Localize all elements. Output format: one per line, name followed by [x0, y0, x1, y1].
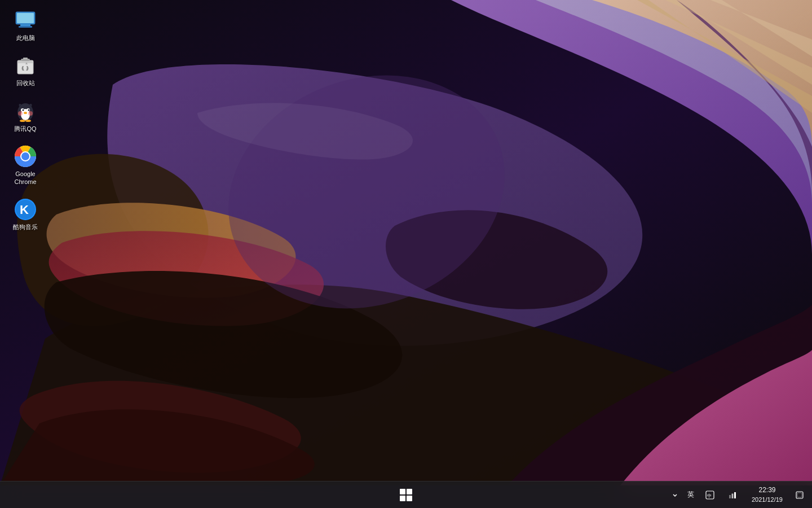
taskbar-center: [392, 481, 420, 509]
svg-rect-4: [20, 24, 30, 26]
tray-notification[interactable]: [792, 481, 807, 509]
svg-rect-9: [23, 58, 28, 59]
desktop-icons-area: 此电脑 回收站: [6, 6, 45, 235]
language-text: 英: [687, 490, 694, 500]
svg-point-17: [20, 120, 25, 122]
svg-point-14: [23, 109, 24, 111]
computer-icon-label: 此电脑: [16, 34, 35, 42]
desktop-icon-qq[interactable]: 腾讯QQ: [6, 97, 45, 136]
chrome-icon-label: Google Chrome: [8, 170, 43, 186]
recycle-icon-label: 回收站: [16, 79, 35, 87]
clock-time: 22:39: [758, 485, 775, 495]
svg-point-20: [28, 111, 33, 116]
svg-rect-5: [19, 26, 32, 28]
svg-point-15: [28, 109, 30, 111]
start-button[interactable]: [392, 481, 420, 509]
qq-icon: [14, 100, 37, 122]
tray-network[interactable]: [722, 481, 743, 509]
svg-point-23: [21, 152, 29, 160]
svg-text:中: 中: [707, 493, 712, 498]
svg-rect-30: [407, 496, 412, 501]
recycle-icon: [14, 54, 37, 77]
taskbar-right: 英 中 22:39 2021/12/19: [668, 481, 812, 508]
svg-rect-29: [400, 496, 405, 501]
svg-rect-33: [729, 495, 731, 498]
clock-date: 2021/12/19: [752, 495, 783, 505]
svg-point-16: [24, 112, 27, 114]
svg-rect-27: [400, 489, 405, 494]
desktop-icon-chrome[interactable]: Google Chrome: [6, 142, 45, 190]
qq-icon-label: 腾讯QQ: [14, 125, 36, 133]
tray-show-hidden[interactable]: [668, 481, 682, 509]
computer-icon: [14, 9, 37, 32]
tray-language[interactable]: 英: [684, 481, 698, 509]
svg-rect-34: [731, 493, 733, 498]
tray-input-method[interactable]: 中: [700, 481, 720, 509]
desktop-icon-kugou[interactable]: K 酷狗音乐: [6, 195, 45, 234]
svg-point-18: [25, 120, 31, 122]
svg-point-19: [18, 111, 23, 116]
desktop-icon-recycle[interactable]: 回收站: [6, 51, 45, 90]
clock-area[interactable]: 22:39 2021/12/19: [745, 481, 789, 508]
svg-text:K: K: [20, 203, 29, 217]
taskbar: 英 中 22:39 2021/12/19: [0, 481, 812, 508]
svg-rect-28: [407, 489, 412, 494]
kugou-icon: K: [14, 198, 37, 221]
wallpaper: [0, 0, 812, 485]
kugou-icon-label: 酷狗音乐: [13, 223, 38, 231]
chrome-icon: [14, 145, 37, 168]
svg-rect-37: [797, 493, 802, 497]
svg-rect-3: [17, 13, 34, 23]
desktop-icon-computer[interactable]: 此电脑: [6, 6, 45, 45]
svg-rect-35: [734, 492, 736, 498]
